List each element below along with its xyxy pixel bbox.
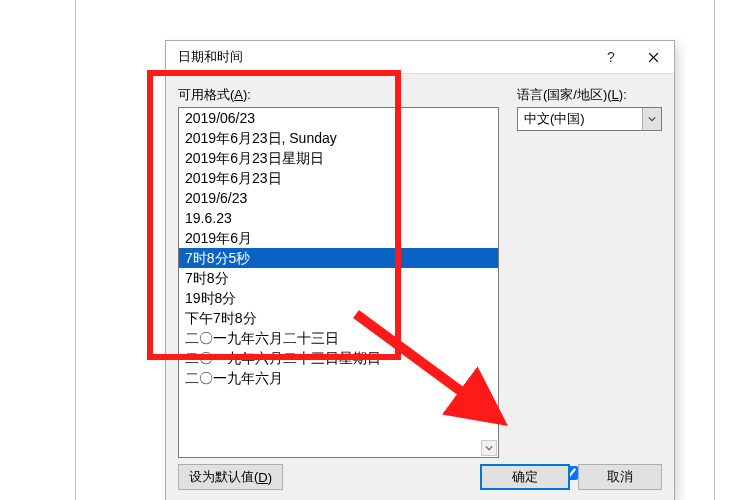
titlebar[interactable]: 日期和时间 ? [166,41,674,74]
close-icon [648,52,659,63]
list-item[interactable]: 19时8分 [179,288,498,308]
list-item[interactable]: 二〇一九年六月二十三日星期日 [179,348,498,368]
formats-listbox[interactable]: 2019/06/232019年6月23日, Sunday2019年6月23日星期… [178,107,499,458]
list-item[interactable]: 2019年6月 [179,228,498,248]
language-label: 语言(国家/地区)(L): [517,86,662,104]
ok-button[interactable]: 确定 [480,464,570,490]
list-item[interactable]: 下午7时8分 [179,308,498,328]
chevron-down-icon [648,115,656,123]
help-button[interactable]: ? [590,41,632,73]
list-item[interactable]: 2019年6月23日, Sunday [179,128,498,148]
list-item[interactable]: 二〇一九年六月二十三日 [179,328,498,348]
cancel-button[interactable]: 取消 [578,464,662,490]
dialog-body: 可用格式(A): 2019/06/232019年6月23日, Sunday201… [166,74,674,500]
list-item[interactable]: 7时8分5秒 [179,248,498,268]
dialog-buttons: 设为默认值(D) 确定 取消 [178,464,662,490]
language-dropdown-button[interactable] [642,108,661,130]
list-item[interactable]: 7时8分 [179,268,498,288]
scroll-down-button[interactable] [481,440,497,456]
date-time-dialog: 日期和时间 ? 可用格式(A): 2019/06/232019年6月23日, S… [165,40,675,500]
set-default-button[interactable]: 设为默认值(D) [178,464,283,490]
close-button[interactable] [632,41,674,73]
list-item[interactable]: 2019年6月23日星期日 [179,148,498,168]
chevron-down-icon [485,444,493,452]
language-value: 中文(中国) [518,108,642,130]
list-item[interactable]: 2019/06/23 [179,108,498,128]
language-combo[interactable]: 中文(中国) [517,107,662,131]
list-item[interactable]: 2019/6/23 [179,188,498,208]
list-item[interactable]: 2019年6月23日 [179,168,498,188]
list-item[interactable]: 二〇一九年六月 [179,368,498,388]
dialog-title: 日期和时间 [178,48,590,66]
list-item[interactable]: 19.6.23 [179,208,498,228]
formats-label: 可用格式(A): [178,86,499,104]
